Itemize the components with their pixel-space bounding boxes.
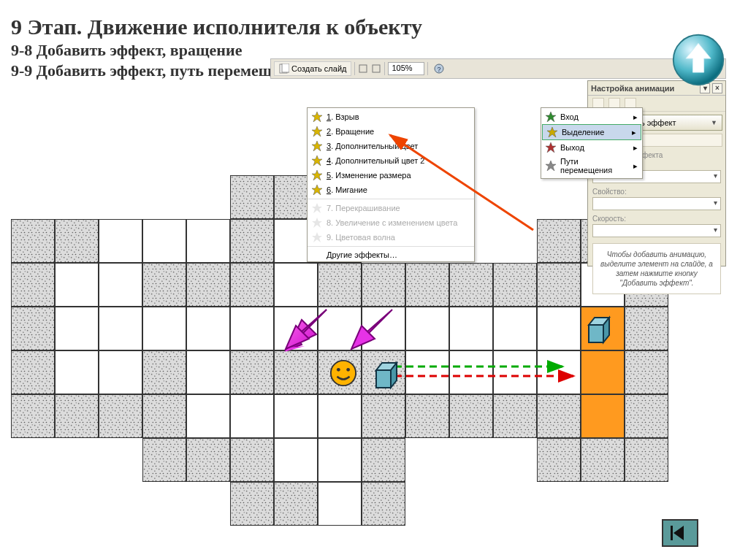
pane-hint-text: Чтобы добавить анимацию, выделите элемен… (592, 243, 721, 294)
page-title: 9 Этап. Движение исполнителя к объекту (11, 15, 422, 39)
toolbar-separator (384, 62, 385, 75)
svg-marker-28 (589, 325, 603, 342)
property-dropdown[interactable] (592, 197, 721, 210)
svg-rect-4 (373, 65, 380, 72)
animation-pane-title: Настройка анимации (591, 84, 674, 93)
svg-marker-13 (312, 126, 322, 137)
svg-marker-11 (546, 161, 556, 171)
svg-rect-2 (282, 64, 289, 72)
zoom-field[interactable]: 105% (388, 62, 424, 75)
magenta-arrow-2 (348, 302, 400, 353)
other-effects-item[interactable]: Другие эффекты… (308, 248, 474, 261)
effect-category-item[interactable]: Пути перемещения▸ (541, 155, 642, 177)
svg-marker-8 (546, 112, 556, 122)
svg-marker-17 (312, 185, 322, 195)
svg-marker-14 (312, 141, 322, 151)
app-toolbar: Создать слайд 105% ? (270, 58, 726, 79)
pointer-arrow (380, 128, 541, 237)
toolbar-icon-2[interactable] (371, 64, 381, 74)
svg-marker-16 (312, 170, 322, 180)
svg-marker-19 (312, 218, 322, 228)
magenta-arrow-1 (283, 302, 334, 353)
svg-point-24 (346, 368, 350, 372)
nav-prev-button[interactable] (662, 519, 698, 547)
svg-text:?: ? (438, 66, 441, 73)
nav-up-button[interactable] (671, 32, 726, 88)
svg-marker-10 (546, 142, 556, 153)
toolbar-separator (354, 62, 355, 75)
performer-smiley (329, 359, 357, 387)
toolbar-separator (427, 62, 428, 75)
toolbar-icon-1[interactable] (358, 64, 368, 74)
chevron-down-icon: ▼ (711, 119, 717, 126)
svg-marker-15 (312, 156, 322, 166)
effect-category-item[interactable]: Выход▸ (541, 140, 642, 155)
subtitle-line-1: 9-8 Добавить эффект, вращение (11, 41, 422, 60)
svg-marker-18 (312, 203, 322, 213)
new-slide-button[interactable]: Создать слайд (274, 61, 351, 76)
svg-line-21 (390, 135, 533, 230)
new-slide-label: Создать слайд (291, 64, 346, 73)
speed-label: Скорость: (588, 213, 725, 223)
svg-point-22 (331, 361, 356, 386)
target-cube-2 (584, 315, 615, 345)
svg-rect-3 (359, 65, 367, 72)
help-icon[interactable]: ? (434, 64, 444, 74)
svg-rect-36 (671, 526, 673, 540)
effect-category-item[interactable]: Выделение▸ (542, 124, 641, 140)
svg-point-23 (337, 368, 340, 372)
property-label: Свойство: (588, 186, 725, 196)
target-cube-1 (372, 360, 402, 391)
effect-category-menu: Вход▸Выделение▸Выход▸Пути перемещения▸ (541, 107, 643, 179)
svg-marker-12 (312, 112, 322, 122)
svg-marker-20 (312, 232, 322, 242)
speed-dropdown[interactable] (592, 224, 721, 237)
effect-category-item[interactable]: Вход▸ (541, 110, 642, 124)
svg-marker-25 (376, 370, 391, 388)
effect-item[interactable]: 1. Взрыв (308, 110, 474, 124)
svg-marker-9 (547, 127, 557, 137)
